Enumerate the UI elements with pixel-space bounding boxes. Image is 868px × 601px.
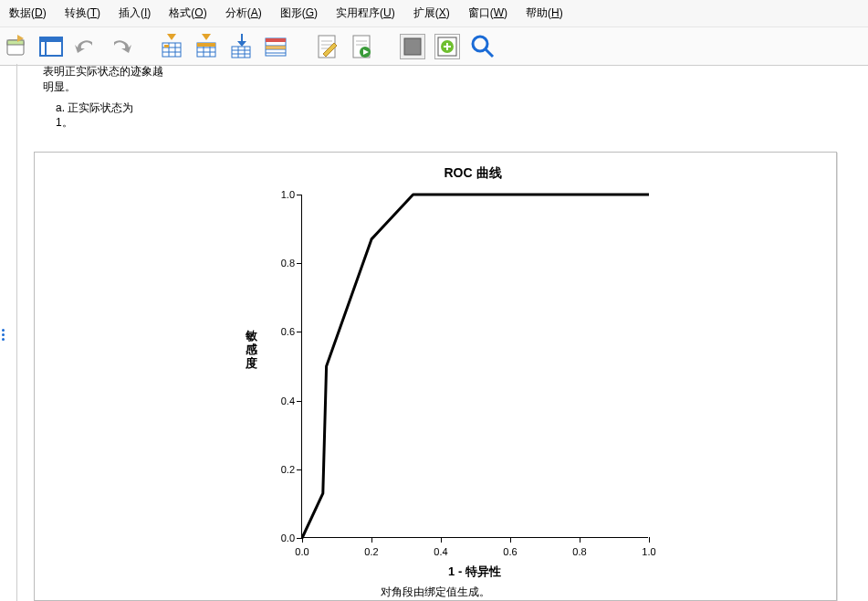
toolbar — [0, 27, 868, 66]
menu-chart[interactable]: 图形(G) — [271, 4, 327, 23]
export-icon[interactable] — [228, 34, 254, 59]
y-tick-label: 0.2 — [269, 464, 295, 475]
goto-data-icon[interactable] — [159, 34, 184, 59]
svg-marker-18 — [202, 34, 211, 40]
run-doc-icon[interactable] — [349, 34, 374, 59]
menu-ext[interactable]: 扩展(X) — [404, 4, 459, 23]
svg-rect-17 — [197, 43, 215, 47]
y-axis-label: 敏感度 — [245, 330, 257, 371]
menu-analyze[interactable]: 分析(A) — [216, 4, 271, 23]
menu-format[interactable]: 格式(O) — [160, 4, 215, 23]
svg-rect-40 — [404, 38, 421, 55]
add-icon[interactable] — [434, 34, 460, 59]
output-pane: 表明正实际状态的迹象越 明显。 a. 正实际状态为 1。 ROC 曲线 敏感度 … — [16, 64, 864, 601]
svg-rect-19 — [232, 47, 250, 58]
y-tick-label: 0.4 — [269, 395, 295, 406]
menu-transform[interactable]: 转换(T) — [56, 4, 110, 23]
menu-window[interactable]: 窗口(W) — [459, 4, 517, 23]
x-axis-label: 1 - 特异性 — [301, 564, 648, 580]
x-tick-label: 0.4 — [434, 546, 447, 557]
y-tick-label: 0.6 — [269, 326, 295, 337]
menubar: 数据(D) 转换(T) 插入(I) 格式(O) 分析(A) 图形(G) 实用程序… — [0, 0, 868, 27]
preview-icon[interactable] — [38, 34, 64, 59]
roc-line — [302, 195, 649, 538]
svg-line-46 — [486, 49, 493, 57]
x-tick-label: 1.0 — [642, 546, 655, 557]
svg-marker-24 — [237, 34, 246, 47]
note-text: 表明正实际状态的迹象越 明显。 a. 正实际状态为 1。 — [43, 64, 864, 131]
y-tick-label: 0.0 — [269, 532, 295, 543]
select-cases-icon[interactable] — [263, 34, 288, 59]
y-tick-label: 1.0 — [269, 189, 295, 200]
x-tick-label: 0.2 — [364, 546, 378, 557]
splitter-grip[interactable] — [0, 329, 5, 341]
undo-icon[interactable] — [73, 34, 99, 59]
chart-title: ROC 曲线 — [245, 165, 701, 182]
redo-icon[interactable] — [108, 34, 133, 59]
svg-marker-10 — [167, 34, 176, 40]
menu-data[interactable]: 数据(D) — [0, 4, 56, 23]
y-tick-label: 0.8 — [269, 258, 295, 269]
chart-output[interactable]: ROC 曲线 敏感度 0.00.20.40.60.81.00.00.20.40.… — [34, 152, 837, 601]
svg-rect-30 — [266, 46, 286, 49]
x-tick-label: 0.0 — [295, 546, 309, 557]
svg-rect-11 — [164, 45, 169, 47]
svg-rect-3 — [40, 37, 62, 42]
select-icon[interactable] — [400, 34, 425, 59]
menu-help[interactable]: 帮助(H) — [517, 4, 572, 23]
search-icon[interactable] — [469, 34, 495, 59]
goto-variable-icon[interactable] — [193, 34, 219, 59]
svg-rect-1 — [7, 40, 24, 45]
svg-point-45 — [473, 37, 487, 51]
x-tick-label: 0.6 — [503, 546, 517, 557]
svg-rect-26 — [266, 38, 286, 42]
open-file-icon[interactable] — [4, 34, 29, 59]
plot-area: 0.00.20.40.60.81.00.00.20.40.60.81.0 — [301, 195, 648, 538]
menu-util[interactable]: 实用程序(U) — [327, 4, 404, 23]
menu-insert[interactable]: 插入(I) — [110, 4, 160, 23]
chart-caption: 对角段由绑定值生成。 — [35, 585, 836, 600]
x-tick-label: 0.8 — [572, 546, 586, 557]
edit-doc-icon[interactable] — [314, 34, 340, 59]
